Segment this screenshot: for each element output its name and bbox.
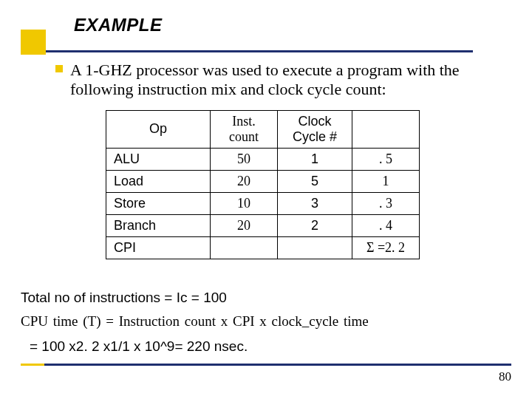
cell-ic: 20 bbox=[211, 214, 278, 236]
header-weight-blank bbox=[352, 110, 420, 148]
header-op: Op bbox=[106, 110, 211, 148]
total-instructions-line: Total no of instructions = Ic = 100 bbox=[21, 290, 227, 306]
cell-ic: 50 bbox=[211, 148, 278, 170]
table-header-row: Op Inst. count Clock Cycle # bbox=[106, 110, 420, 148]
cell-blank bbox=[211, 236, 278, 259]
body: A 1-GHZ processor was used to execute a … bbox=[70, 61, 491, 259]
header-clock-cycle: Clock Cycle # bbox=[278, 110, 352, 148]
title-block: EXAMPLE bbox=[30, 15, 488, 43]
header-inst-count: Inst. count bbox=[211, 110, 278, 148]
cell-blank bbox=[278, 236, 352, 259]
cell-ic: 20 bbox=[211, 170, 278, 192]
cpu-time-formula-line: CPU time (T) = Instruction count x CPI x… bbox=[21, 313, 369, 330]
footer-accent bbox=[21, 364, 44, 366]
cell-ic: 10 bbox=[211, 192, 278, 214]
cell-cpi-total: Σ =2. 2 bbox=[352, 236, 420, 259]
intro-text: A 1-GHZ processor was used to execute a … bbox=[70, 61, 491, 100]
table-row: ALU 50 1 . 5 bbox=[106, 148, 420, 170]
cell-cc: 1 bbox=[278, 148, 352, 170]
footer-rule bbox=[21, 364, 511, 366]
cell-wt: . 4 bbox=[352, 214, 420, 236]
cell-cc: 2 bbox=[278, 214, 352, 236]
cell-wt: . 3 bbox=[352, 192, 420, 214]
cell-wt: 1 bbox=[352, 170, 420, 192]
table-row-cpi: CPI Σ =2. 2 bbox=[106, 236, 420, 259]
table-row: Branch 20 2 . 4 bbox=[106, 214, 420, 236]
cell-op: Branch bbox=[106, 214, 211, 236]
slide-title: EXAMPLE bbox=[74, 15, 163, 35]
cell-op: Store bbox=[106, 192, 211, 214]
cell-op: ALU bbox=[106, 148, 211, 170]
result-line: = 100 x2. 2 x1/1 x 10^9= 220 nsec. bbox=[30, 338, 248, 355]
bullet-icon bbox=[55, 65, 63, 72]
title-underline bbox=[30, 50, 473, 52]
slide: EXAMPLE A 1-GHZ processor was used to ex… bbox=[0, 0, 532, 399]
table-row: Store 10 3 . 3 bbox=[106, 192, 420, 214]
table-row: Load 20 5 1 bbox=[106, 170, 420, 192]
cell-op: Load bbox=[106, 170, 211, 192]
cell-cc: 3 bbox=[278, 192, 352, 214]
cell-wt: . 5 bbox=[352, 148, 420, 170]
instruction-mix-table: Op Inst. count Clock Cycle # ALU 50 1 . … bbox=[106, 110, 420, 259]
cell-cc: 5 bbox=[278, 170, 352, 192]
page-number: 80 bbox=[499, 369, 511, 384]
cell-cpi-label: CPI bbox=[106, 236, 211, 259]
title-accent-square bbox=[21, 30, 46, 55]
